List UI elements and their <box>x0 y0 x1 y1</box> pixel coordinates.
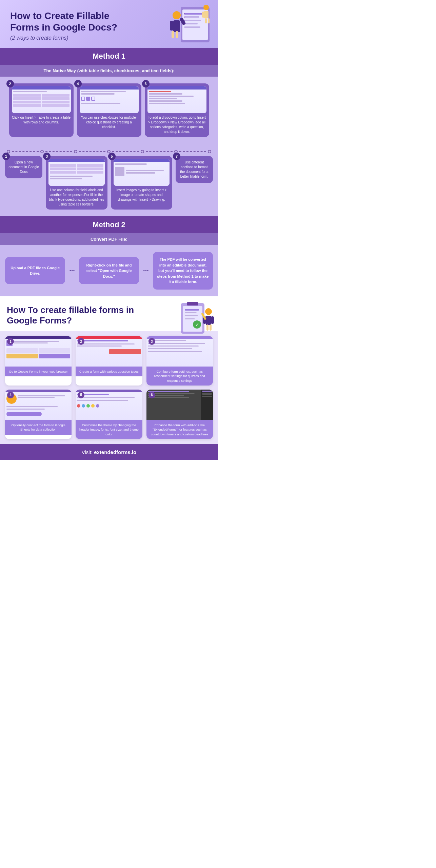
svg-text:✓: ✓ <box>183 12 186 15</box>
header-section: How to Create Fillable Forms in Google D… <box>0 0 218 48</box>
gforms-screenshot-1: 1 <box>5 336 72 367</box>
gforms-step-text-1: Go to Google Forms in your web browser <box>8 369 69 374</box>
step-screenshot-5 <box>114 159 170 186</box>
method1-title: Method 1 <box>4 52 214 61</box>
method1-banner: Method 1 <box>0 48 218 65</box>
gforms-step-card-6: 6 En <box>146 390 213 439</box>
step-num-7: 7 <box>173 153 180 160</box>
svg-rect-20 <box>205 18 207 23</box>
method1-bottom-row: 1 Open a new document in Google Docs 3 <box>5 156 213 210</box>
method2-card-1: Upload a PDF file to Google Drive. <box>5 257 65 284</box>
gforms-step-text-4: Optionally connect the form to Google Sh… <box>8 423 69 432</box>
footer-visit-label: Visit: <box>82 449 94 455</box>
gforms-illustration: ✓ <box>171 301 215 339</box>
gforms-step-text-6: Enhance the form with add-ons like "Exte… <box>149 423 210 436</box>
gforms-step-body-1: Go to Google Forms in your web browser <box>5 367 72 376</box>
svg-point-17 <box>203 5 209 10</box>
gforms-step-body-3: Configure form settings, such as respond… <box>146 367 213 386</box>
step-text-3: Use one column for field labels and anot… <box>48 188 105 207</box>
svg-rect-27 <box>185 315 198 316</box>
svg-rect-24 <box>187 302 198 305</box>
gforms-step-body-6: Enhance the form with add-ons like "Exte… <box>146 420 213 439</box>
timeline-line-1 <box>12 151 39 152</box>
step-screenshot-4 <box>80 86 139 113</box>
svg-point-10 <box>173 11 181 19</box>
method1-section: 2 Click on Insert > Table to c <box>0 77 218 147</box>
gforms-step-text-2: Create a form with various question type… <box>78 369 139 374</box>
gforms-section: How To create fillable forms in Google F… <box>0 296 218 331</box>
gforms-screenshot-4: 4 <box>5 390 72 420</box>
gforms-step-num-3: 3 <box>148 338 155 345</box>
step-screenshot-2 <box>12 86 71 113</box>
gforms-step-text-5: Customize the theme by changing the head… <box>78 423 139 436</box>
step-screenshot-6 <box>147 86 206 113</box>
gforms-steps-grid: 1 <box>0 331 218 444</box>
svg-rect-21 <box>208 18 210 23</box>
footer-section: Visit: extendedforms.io <box>0 444 218 460</box>
svg-rect-18 <box>204 11 209 18</box>
method2-step2-text: Right-click on the file and select "Open… <box>82 262 136 279</box>
step-card-4: 4 You can use check <box>77 83 141 137</box>
method2-arrow-1: ··· <box>69 267 75 275</box>
gforms-title: How To create fillable forms in Google F… <box>7 305 146 326</box>
gforms-step-card-5: 5 Customize <box>76 390 142 439</box>
method1-bottom: 1 Open a new document in Google Docs 3 <box>0 156 218 216</box>
step-card-6: 6 To add a dropdown option, go to Insert… <box>145 83 209 137</box>
svg-rect-36 <box>210 324 212 331</box>
footer-text: Visit: extendedforms.io <box>5 449 213 455</box>
gforms-step-card-4: 4 Optionally connec <box>5 390 72 439</box>
gforms-step-body-4: Optionally connect the form to Google Sh… <box>5 420 72 435</box>
timeline-dot-2 <box>40 150 44 153</box>
step-card-7: 7 Use different sections to format the d… <box>176 156 213 183</box>
svg-rect-4 <box>184 20 201 21</box>
method2-arrow-2: ··· <box>143 267 149 275</box>
svg-rect-2 <box>184 13 203 15</box>
method2-card-2: Right-click on the file and select "Open… <box>79 257 139 284</box>
header-illustration: ✓ ✓ ✓ <box>160 3 215 47</box>
step-card-1: 1 Open a new document in Google Docs <box>5 156 42 178</box>
method1-subtitle: The Native Way (with table fields, check… <box>0 65 218 77</box>
svg-rect-13 <box>177 21 180 31</box>
center-steps: 3 <box>46 156 172 210</box>
step-card-3: 3 <box>46 156 107 210</box>
step-num-1: 1 <box>2 153 10 160</box>
timeline-dot-5 <box>141 150 144 153</box>
svg-rect-35 <box>206 324 209 331</box>
gforms-step-body-5: Customize the theme by changing the head… <box>76 420 142 439</box>
method2-banner: Method 2 <box>0 216 218 233</box>
method1-top-row: 2 Click on Insert > Table to c <box>5 83 213 137</box>
header-title: How to Create Fillable Forms in Google D… <box>10 10 139 33</box>
step-text-7: Use different sections to format the doc… <box>179 160 210 179</box>
gforms-step-card-3: 3 Configure form settings, such as respo… <box>146 336 213 386</box>
svg-rect-26 <box>185 312 197 313</box>
method2-step3-text: The PDF will be converted into an editab… <box>156 257 210 285</box>
timeline-line-3 <box>79 151 106 152</box>
method2-title: Method 2 <box>4 220 214 229</box>
svg-rect-15 <box>176 31 178 38</box>
timeline-line-2 <box>45 151 72 152</box>
gforms-screenshot-2: 2 <box>76 336 142 367</box>
svg-rect-14 <box>172 31 174 38</box>
svg-rect-32 <box>206 316 211 325</box>
gforms-step-text-3: Configure form settings, such as respond… <box>149 369 210 383</box>
step-text-5: Insert images by going to Insert > Image… <box>114 188 170 202</box>
svg-rect-6 <box>184 26 200 28</box>
svg-rect-28 <box>185 318 195 319</box>
timeline-line-6 <box>179 151 206 152</box>
step-text-6: To add a dropdown option, go to Insert >… <box>147 115 206 134</box>
timeline-line-4 <box>112 151 139 152</box>
step-card-2: 2 Click on Insert > Table to c <box>9 83 74 137</box>
svg-rect-12 <box>170 21 173 31</box>
gforms-step-card-2: 2 Create a form with various question ty… <box>76 336 142 386</box>
svg-text:✓: ✓ <box>183 16 186 19</box>
svg-text:✓: ✓ <box>195 322 199 327</box>
gforms-step-body-2: Create a form with various question type… <box>76 367 142 376</box>
timeline-dot-7 <box>208 150 211 153</box>
method2-subtitle: Convert PDF File: <box>0 233 218 245</box>
gforms-step-num-6: 6 <box>148 392 155 398</box>
gforms-step-num-4: 4 <box>7 392 14 398</box>
timeline-dot-3 <box>74 150 77 153</box>
gforms-step-num-1: 1 <box>7 338 14 345</box>
svg-point-31 <box>205 308 212 315</box>
footer-link[interactable]: extendedforms.io <box>94 449 136 455</box>
